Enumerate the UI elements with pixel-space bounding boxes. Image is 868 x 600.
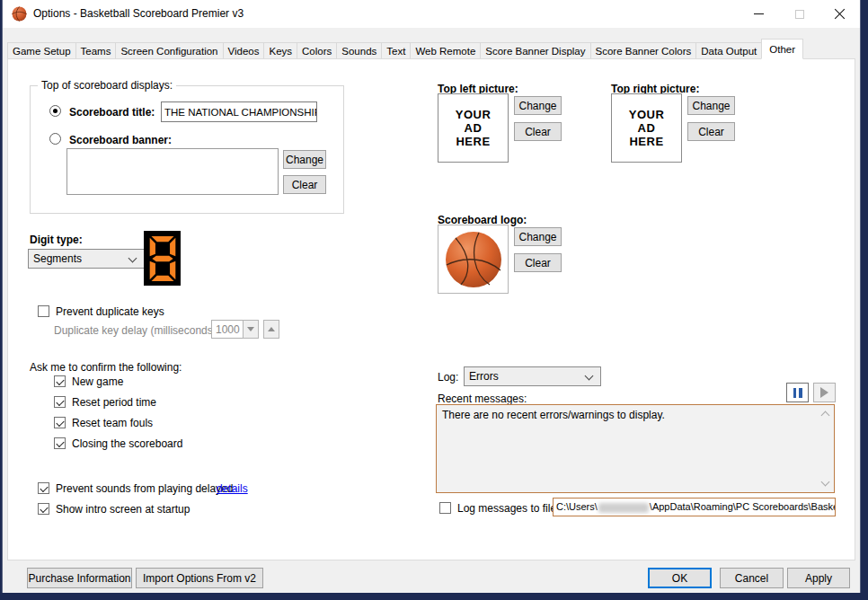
top-left-change-button[interactable]: Change — [514, 96, 562, 115]
options-tabstrip: Game SetupTeamsScreen ConfigurationVideo… — [8, 40, 803, 60]
tab-videos[interactable]: Videos — [223, 42, 265, 60]
group-title: Top of scoreboard displays: — [38, 79, 176, 92]
duplicate-key-delay-value: 1000 — [212, 323, 240, 336]
minimize-icon — [754, 13, 764, 14]
log-to-file-label: Log messages to file: — [457, 502, 559, 515]
scoreboard-banner-radio[interactable] — [49, 133, 61, 145]
scoreboard-banner-label: Scoreboard banner: — [69, 134, 172, 146]
digit-preview — [144, 231, 181, 286]
log-level-value: Errors — [469, 370, 499, 383]
show-intro-checkbox[interactable] — [38, 503, 49, 515]
seven-segment-eight-icon — [147, 234, 178, 284]
prevent-sounds-checkbox[interactable] — [38, 482, 49, 494]
digit-type-value: Segments — [33, 252, 82, 265]
scoreboard-title-radio[interactable] — [49, 105, 61, 117]
tab-keys[interactable]: Keys — [263, 42, 297, 60]
tab-score-banner-colors[interactable]: Score Banner Colors — [590, 42, 697, 60]
confirm-reset-period-label: Reset period time — [72, 396, 156, 409]
basketball-logo-image — [443, 229, 504, 290]
duplicate-key-delay-label: Duplicate key delay (milliseconds): — [54, 324, 219, 337]
top-left-picture-box: YOUR AD HERE — [438, 93, 509, 163]
purchase-information-button[interactable]: Purchase Information — [27, 568, 132, 588]
chevron-down-icon — [128, 254, 137, 263]
confirm-closing-label: Closing the scoreboard — [72, 437, 182, 450]
log-file-path-suffix: \AppData\Roaming\PC Scoreboards\Baske — [650, 501, 836, 512]
close-icon — [834, 8, 846, 20]
ad-placeholder-line: YOUR — [629, 108, 665, 121]
import-options-button[interactable]: Import Options From v2 — [136, 568, 263, 588]
window-title: Options - Basketball Scoreboard Premier … — [33, 0, 244, 28]
log-file-path-prefix: C:\Users\ — [556, 501, 598, 512]
scoreboard-logo-box — [438, 225, 509, 294]
delay-decrement-button — [243, 320, 259, 339]
scroll-up-icon[interactable] — [821, 411, 830, 420]
triangle-up-icon — [268, 327, 275, 331]
log-level-dropdown[interactable]: Errors — [464, 366, 601, 386]
tab-sounds[interactable]: Sounds — [336, 42, 382, 60]
banner-clear-button[interactable]: Clear — [283, 175, 326, 194]
options-dialog: Options - Basketball Scoreboard Premier … — [2, 0, 861, 593]
recent-messages-textarea[interactable]: There are no recent errors/warnings to d… — [436, 404, 835, 493]
minimize-button[interactable] — [739, 0, 779, 28]
tab-screen-configuration[interactable]: Screen Configuration — [115, 42, 223, 60]
tab-text[interactable]: Text — [381, 42, 411, 60]
show-intro-label: Show intro screen at startup — [56, 503, 190, 516]
resume-log-button — [813, 383, 836, 402]
ad-placeholder-line: HERE — [456, 135, 490, 148]
tab-colors[interactable]: Colors — [297, 42, 337, 60]
ad-placeholder-line: AD — [465, 121, 483, 135]
tab-teams[interactable]: Teams — [75, 42, 117, 60]
delay-increment-button — [263, 320, 279, 339]
tab-data-output[interactable]: Data Output — [695, 42, 762, 60]
recent-message-text: There are no recent errors/warnings to d… — [442, 409, 665, 421]
scoreboard-title-value: THE NATIONAL CHAMPIONSHIP — [162, 107, 317, 118]
top-left-clear-button[interactable]: Clear — [514, 122, 562, 141]
cancel-button[interactable]: Cancel — [720, 568, 784, 588]
confirm-reset-period-checkbox[interactable] — [54, 396, 66, 408]
redacted-username — [598, 503, 649, 513]
ad-placeholder-line: YOUR — [456, 108, 492, 121]
confirm-closing-checkbox[interactable] — [54, 437, 66, 449]
pause-icon — [793, 388, 802, 398]
apply-button[interactable]: Apply — [787, 568, 850, 588]
ad-placeholder-line: AD — [638, 121, 656, 135]
details-link[interactable]: details — [217, 482, 248, 495]
confirm-reset-fouls-checkbox[interactable] — [54, 417, 66, 428]
duplicate-key-delay-input: 1000 — [211, 320, 244, 339]
banner-change-button[interactable]: Change — [283, 150, 326, 169]
tab-other[interactable]: Other — [761, 39, 803, 59]
maximize-icon — [795, 10, 804, 19]
log-to-file-checkbox[interactable] — [439, 502, 451, 514]
top-right-picture-box: YOUR AD HERE — [611, 93, 682, 163]
triangle-down-icon — [247, 327, 254, 331]
tab-score-banner-display[interactable]: Score Banner Display — [480, 42, 590, 60]
close-button[interactable] — [819, 0, 860, 28]
digit-type-dropdown[interactable]: Segments — [28, 249, 145, 269]
prevent-duplicate-keys-checkbox[interactable] — [38, 305, 49, 317]
logo-clear-button[interactable]: Clear — [514, 253, 562, 272]
confirm-heading: Ask me to confirm the following: — [30, 361, 182, 374]
maximize-button — [779, 0, 819, 28]
confirm-new-game-checkbox[interactable] — [54, 375, 66, 387]
prevent-duplicate-keys-label: Prevent duplicate keys — [56, 305, 164, 318]
log-label: Log: — [438, 371, 458, 384]
log-file-path-input[interactable]: C:\Users\\AppData\Roaming\PC Scoreboards… — [553, 498, 836, 516]
scroll-down-icon[interactable] — [821, 478, 830, 487]
prevent-sounds-label: Prevent sounds from playing delayed — [56, 482, 233, 495]
top-right-change-button[interactable]: Change — [687, 96, 735, 115]
tab-web-remote[interactable]: Web Remote — [410, 42, 481, 60]
scoreboard-title-label: Scoreboard title: — [69, 106, 155, 119]
top-right-clear-button[interactable]: Clear — [687, 122, 735, 141]
logo-change-button[interactable]: Change — [514, 227, 562, 246]
tab-game-setup[interactable]: Game Setup — [7, 42, 76, 60]
scoreboard-title-input[interactable]: THE NATIONAL CHAMPIONSHIP — [161, 101, 317, 122]
scoreboard-banner-box[interactable] — [66, 148, 279, 195]
ad-placeholder-line: HERE — [629, 135, 663, 148]
chevron-down-icon — [585, 372, 594, 381]
title-bar[interactable]: Options - Basketball Scoreboard Premier … — [3, 0, 860, 28]
confirm-reset-fouls-label: Reset team fouls — [72, 417, 153, 429]
play-icon — [820, 387, 828, 398]
recent-messages-label: Recent messages: — [438, 393, 527, 405]
pause-log-button[interactable] — [786, 383, 809, 402]
ok-button[interactable]: OK — [648, 568, 712, 588]
